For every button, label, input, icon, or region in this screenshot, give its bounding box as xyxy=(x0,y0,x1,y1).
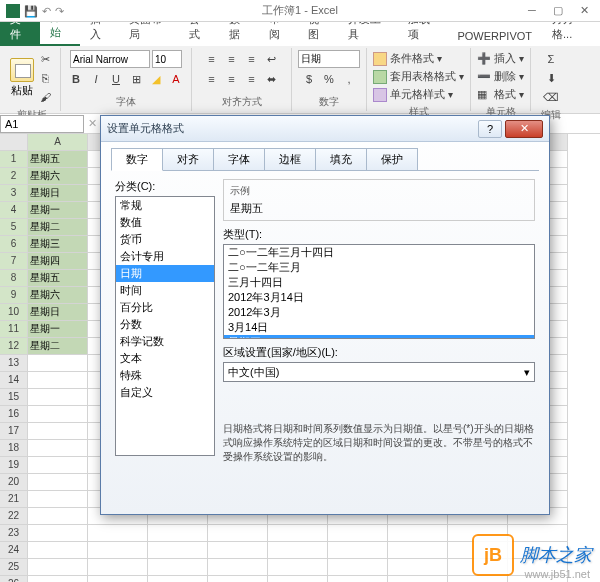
category-list[interactable]: 常规数值货币会计专用日期时间百分比分数科学记数文本特殊自定义 xyxy=(115,196,215,456)
wrap-text-icon[interactable]: ↩ xyxy=(263,50,281,68)
type-item[interactable]: 三月十四日 xyxy=(224,275,534,290)
category-item[interactable]: 日期 xyxy=(116,265,214,282)
row-header-10[interactable]: 10 xyxy=(0,304,28,321)
cell[interactable] xyxy=(28,406,88,423)
conditional-format-button[interactable]: 条件格式 ▾ xyxy=(373,50,442,67)
category-item[interactable]: 分数 xyxy=(116,316,214,333)
clear-icon[interactable]: ⌫ xyxy=(542,88,560,106)
merge-icon[interactable]: ⬌ xyxy=(263,70,281,88)
dlg-tab-border[interactable]: 边框 xyxy=(264,148,316,170)
category-item[interactable]: 自定义 xyxy=(116,384,214,401)
row-header-24[interactable]: 24 xyxy=(0,542,28,559)
row-header-21[interactable]: 21 xyxy=(0,491,28,508)
type-item[interactable]: 二○一二年三月十四日 xyxy=(224,245,534,260)
row-header-13[interactable]: 13 xyxy=(0,355,28,372)
border-button[interactable]: ⊞ xyxy=(127,70,145,88)
cell[interactable] xyxy=(88,559,148,576)
cell-style-button[interactable]: 单元格样式 ▾ xyxy=(373,86,453,103)
row-header-19[interactable]: 19 xyxy=(0,457,28,474)
cell[interactable] xyxy=(388,576,448,582)
cell[interactable]: 星期一 xyxy=(28,321,88,338)
cell[interactable]: 星期五 xyxy=(28,151,88,168)
cell[interactable] xyxy=(328,559,388,576)
row-header-8[interactable]: 8 xyxy=(0,270,28,287)
insert-cells-button[interactable]: ➕插入 ▾ xyxy=(477,50,524,67)
cell[interactable]: 星期六 xyxy=(28,168,88,185)
font-size-select[interactable] xyxy=(152,50,182,68)
dialog-titlebar[interactable]: 设置单元格格式 ? ✕ xyxy=(101,116,549,142)
align-left-icon[interactable]: ≡ xyxy=(203,70,221,88)
cell[interactable] xyxy=(268,559,328,576)
delete-cells-button[interactable]: ➖删除 ▾ xyxy=(477,68,524,85)
cell[interactable] xyxy=(148,542,208,559)
row-header-6[interactable]: 6 xyxy=(0,236,28,253)
category-item[interactable]: 文本 xyxy=(116,350,214,367)
format-cells-button[interactable]: ▦格式 ▾ xyxy=(477,86,524,103)
col-header-A[interactable]: A xyxy=(28,134,88,151)
cell[interactable] xyxy=(448,576,508,582)
table-format-button[interactable]: 套用表格格式 ▾ xyxy=(373,68,464,85)
copy-icon[interactable]: ⎘ xyxy=(36,69,54,87)
close-button[interactable]: ✕ xyxy=(572,2,596,18)
cell[interactable] xyxy=(208,576,268,582)
cell[interactable] xyxy=(28,372,88,389)
row-header-4[interactable]: 4 xyxy=(0,202,28,219)
redo-icon[interactable]: ↷ xyxy=(55,5,64,18)
cell[interactable] xyxy=(148,576,208,582)
cell[interactable] xyxy=(88,576,148,582)
cell[interactable] xyxy=(28,525,88,542)
cell[interactable] xyxy=(28,508,88,525)
undo-icon[interactable]: ↶ xyxy=(42,5,51,18)
currency-icon[interactable]: $ xyxy=(300,70,318,88)
row-header-9[interactable]: 9 xyxy=(0,287,28,304)
dlg-tab-align[interactable]: 对齐 xyxy=(162,148,214,170)
row-header-14[interactable]: 14 xyxy=(0,372,28,389)
cell[interactable] xyxy=(28,423,88,440)
cell[interactable]: 星期二 xyxy=(28,219,88,236)
align-top-icon[interactable]: ≡ xyxy=(203,50,221,68)
row-header-25[interactable]: 25 xyxy=(0,559,28,576)
cell[interactable] xyxy=(328,525,388,542)
row-header-15[interactable]: 15 xyxy=(0,389,28,406)
cell[interactable] xyxy=(388,559,448,576)
cut-icon[interactable]: ✂ xyxy=(36,50,54,68)
align-bot-icon[interactable]: ≡ xyxy=(243,50,261,68)
row-header-7[interactable]: 7 xyxy=(0,253,28,270)
underline-button[interactable]: U xyxy=(107,70,125,88)
cell[interactable]: 星期四 xyxy=(28,253,88,270)
dlg-tab-font[interactable]: 字体 xyxy=(213,148,265,170)
tab-powerpivot[interactable]: POWERPIVOT xyxy=(447,26,542,46)
type-item[interactable]: 2012年3月14日 xyxy=(224,290,534,305)
type-item[interactable]: 二○一二年三月 xyxy=(224,260,534,275)
category-item[interactable]: 百分比 xyxy=(116,299,214,316)
type-list[interactable]: 二○一二年三月十四日二○一二年三月三月十四日2012年3月14日2012年3月3… xyxy=(223,244,535,339)
font-color-button[interactable]: A xyxy=(167,70,185,88)
row-header-12[interactable]: 12 xyxy=(0,338,28,355)
dlg-tab-protect[interactable]: 保护 xyxy=(366,148,418,170)
category-item[interactable]: 时间 xyxy=(116,282,214,299)
row-header-18[interactable]: 18 xyxy=(0,440,28,457)
cell[interactable]: 星期三 xyxy=(28,236,88,253)
category-item[interactable]: 特殊 xyxy=(116,367,214,384)
font-name-select[interactable] xyxy=(70,50,150,68)
align-center-icon[interactable]: ≡ xyxy=(223,70,241,88)
type-item[interactable]: 2012年3月 xyxy=(224,305,534,320)
format-painter-icon[interactable]: 🖌 xyxy=(36,88,54,106)
name-box[interactable]: A1 xyxy=(0,115,84,133)
cell[interactable] xyxy=(268,525,328,542)
autosum-icon[interactable]: Σ xyxy=(542,50,560,68)
cell[interactable] xyxy=(388,525,448,542)
align-mid-icon[interactable]: ≡ xyxy=(223,50,241,68)
row-header-5[interactable]: 5 xyxy=(0,219,28,236)
minimize-button[interactable]: ─ xyxy=(520,2,544,18)
category-item[interactable]: 常规 xyxy=(116,197,214,214)
save-icon[interactable]: 💾 xyxy=(24,5,38,18)
category-item[interactable]: 货币 xyxy=(116,231,214,248)
cell[interactable] xyxy=(28,542,88,559)
row-header-16[interactable]: 16 xyxy=(0,406,28,423)
cell[interactable] xyxy=(208,559,268,576)
select-all-corner[interactable] xyxy=(0,134,28,151)
row-header-11[interactable]: 11 xyxy=(0,321,28,338)
percent-icon[interactable]: % xyxy=(320,70,338,88)
category-item[interactable]: 会计专用 xyxy=(116,248,214,265)
